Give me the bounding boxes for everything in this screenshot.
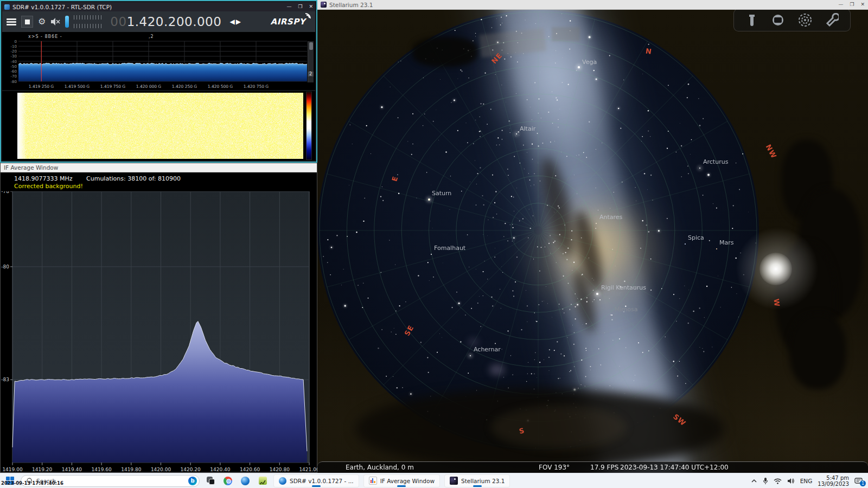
wifi-icon[interactable] (774, 478, 782, 484)
if-x-tick: 1420.80 (270, 467, 290, 472)
spectrum-x-tick: 1.419 500 G (65, 84, 90, 89)
azimuthal-grid (317, 10, 759, 451)
if-x-tick: 1419.40 (62, 467, 82, 472)
sdrsharp-pinned-button[interactable] (239, 474, 252, 487)
sdrsharp-titlebar[interactable]: SDR# v1.0.0.1727 - RTL-SDR (TCP) — ❐ ✕ (2, 2, 315, 11)
horizon-roof (552, 27, 580, 41)
stellarium-titlebar[interactable]: Stellarium 23.1 — ❐ ✕ (317, 0, 868, 10)
if-average-titlebar[interactable]: IF Average Window (1, 163, 317, 172)
datetime-label[interactable]: 2023-09-13 17:47:40 UTC+12:00 (620, 464, 729, 471)
if-x-tick: 1420.00 (151, 467, 171, 472)
microphone-icon[interactable] (763, 477, 768, 485)
maximize-button[interactable]: ❐ (850, 2, 854, 7)
spectrum-y-tick: 0 (15, 40, 17, 44)
spectrum-scale-label: x>S - 8B6E - (28, 34, 62, 39)
menu-icon[interactable] (7, 18, 16, 25)
gear-icon[interactable]: ⚙ (38, 17, 46, 26)
frequency-step-arrows[interactable]: ◀▶ (229, 18, 241, 25)
moon (760, 253, 792, 285)
spectrum-x-tick: 1.420 750 G (244, 84, 269, 89)
if-x-tick: 1419.20 (32, 467, 52, 472)
spectrum-x-tick: 1.420 000 G (136, 84, 162, 89)
spectrum-x-tick: 1.419 750 G (100, 84, 126, 89)
spectrum-x-tick: 1.420 250 G (172, 84, 197, 89)
sdrsharp-ball-icon (241, 477, 250, 485)
spectrum-tool-button[interactable] (256, 474, 269, 487)
mute-icon[interactable] (50, 17, 60, 26)
fisheye-sky-view[interactable] (317, 10, 759, 451)
spectrum-y-tick: -70 (11, 74, 17, 79)
spectrum-x-tick: 1.420 500 G (208, 84, 233, 89)
stellarium-sky-canvas[interactable]: VegaAltairArcturusSaturnAntaresSpicaMars… (317, 10, 868, 473)
maximize-button[interactable]: ❐ (298, 4, 302, 9)
close-button[interactable]: ✕ (860, 2, 865, 7)
magellanic-cloud (468, 338, 478, 346)
stellarium-statusbar: Earth, Auckland, 0 m FOV 193° 17.9 FPS 2… (317, 461, 868, 473)
waterfall-display[interactable] (2, 91, 315, 160)
if-average-plot[interactable]: 1419.001419.201419.401419.601419.801420.… (1, 191, 318, 473)
telrad-icon[interactable] (798, 13, 812, 27)
stellarium-icon (450, 477, 458, 485)
horizon-structure (412, 37, 477, 67)
sdrsharp-toolbar: ⚙ 001.420.200.000 ◀▶ AIRSPY (2, 11, 315, 32)
speaker-icon[interactable] (787, 478, 795, 484)
if-frequency-label: 1418.9077333 MHz (14, 175, 73, 182)
sdrsharp-icon (279, 477, 286, 485)
if-x-tick: 1419.00 (2, 467, 22, 472)
waterfall-edge-fade (17, 93, 26, 159)
oculars-toolbar (733, 10, 851, 31)
notification-badge: 1 (860, 480, 866, 486)
if-x-tick: 1419.80 (121, 467, 141, 472)
chrome-button[interactable] (221, 474, 234, 487)
sdrsharp-title: SDR# v1.0.0.1727 - RTL-SDR (TCP) (12, 4, 112, 10)
language-indicator[interactable]: ENG (800, 478, 813, 484)
if-x-tick: 1421.00 (299, 467, 318, 472)
zoom-badge: 2 (308, 72, 314, 76)
frequency-display[interactable]: 001.420.200.000 (110, 15, 221, 29)
chrome-icon (224, 477, 232, 485)
location-label[interactable]: Earth, Auckland, 0 m (346, 464, 414, 471)
magellanic-cloud (489, 364, 505, 375)
spectrum-y-tick: -30 (11, 54, 17, 59)
taskbar-clock[interactable]: 5:47 pm 13/09/2023 (818, 475, 849, 487)
if-average-icon (369, 477, 377, 485)
ocular-icon[interactable] (746, 13, 758, 27)
settings-wrench-icon[interactable] (825, 13, 839, 27)
stop-button[interactable] (21, 16, 33, 28)
close-button[interactable]: ✕ (309, 4, 313, 9)
stellarium-window: Stellarium 23.1 — ❐ ✕ (317, 0, 868, 473)
stellarium-title: Stellarium 23.1 (329, 2, 373, 8)
task-view-button[interactable] (204, 474, 217, 487)
spectrum-y-tick: -40 (11, 60, 17, 64)
if-average-title: IF Average Window (4, 164, 58, 171)
spectrum-y-tick: -80 (11, 80, 17, 84)
if-corrected-background-label: Corrected background! (14, 183, 83, 190)
tray-chevron-icon[interactable] (751, 479, 757, 483)
spectrum-header-strip: x>S - 8B6E - ,2 (2, 32, 315, 40)
bing-icon[interactable]: b (188, 477, 197, 485)
spectrum-x-tick: 1.419 250 G (29, 84, 54, 89)
fov-label[interactable]: FOV 193° (539, 464, 570, 471)
if-x-tick: 1420.60 (240, 467, 260, 472)
stop-icon (25, 20, 30, 24)
rf-spectrum-plot[interactable]: 0-10-20-30-40-50-60-70-801.419 250 G1.41… (2, 40, 315, 90)
notification-center-button[interactable]: 1 (854, 477, 863, 485)
if-y-tick: -78 (1, 191, 9, 194)
spectrum-y-tick: -60 (11, 69, 17, 74)
minimize-button[interactable]: — (286, 4, 291, 9)
stellarium-app-icon (321, 2, 327, 8)
minimize-button[interactable]: — (838, 2, 843, 7)
taskbar-app-if-average[interactable]: IF Average Window (363, 474, 440, 487)
windows-taskbar: Search b SDR# v1.0.0.1727 - ... IF Avera… (0, 473, 868, 488)
if-y-tick: -83 (1, 377, 9, 382)
taskbar-app-stellarium[interactable]: Stellarium 23.1 (444, 474, 510, 487)
tray-time: 5:47 pm (826, 475, 849, 481)
volume-slider[interactable] (65, 16, 69, 28)
fps-label: 17.9 FPS (590, 464, 618, 471)
sensor-frame-icon[interactable] (770, 14, 786, 26)
airspy-logo: AIRSPY (271, 17, 311, 27)
waterfall-colorbar (306, 92, 312, 160)
if-status-line: 1418.9077333 MHz Cumulations: 38100 of: … (14, 175, 181, 182)
taskbar-app-sdrsharp[interactable]: SDR# v1.0.0.1727 - ... (273, 474, 359, 487)
spectrum-zoom-label: ,2 (149, 34, 154, 39)
